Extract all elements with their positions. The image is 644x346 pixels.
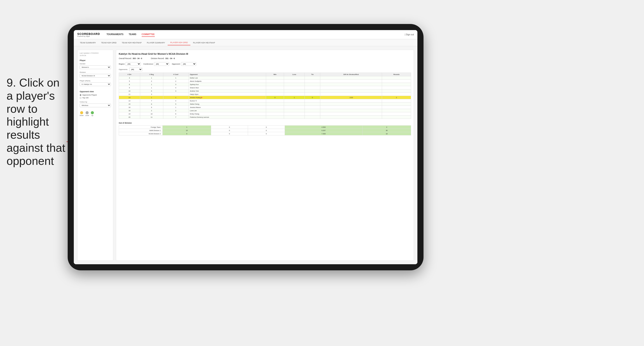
player-section-title: Player xyxy=(80,59,111,61)
subnav-team-h2h-grid[interactable]: TEAM H2H GRID xyxy=(98,40,119,45)
logo-main: SCOREBOARD xyxy=(77,32,100,35)
table-header-row: # Div # Reg # Conf Opponent Win Loss Tie… xyxy=(119,73,411,76)
legend-label-level: Level xyxy=(85,115,89,116)
table-row[interactable]: 20117Federica Domecq Lacroze xyxy=(119,116,411,119)
overall-record-value: 353 - 34 - 6 xyxy=(133,57,142,59)
annotation-text: 9. Click on a player's row to highlight … xyxy=(6,76,66,168)
region-filter-label: Region xyxy=(119,63,125,65)
out-of-division-label: Out of division xyxy=(119,122,411,124)
table-row[interactable]: 1063Andrea York xyxy=(119,89,411,93)
col-header-conf: # Conf xyxy=(163,73,188,76)
nav-bar: SCOREBOARD Powered by clippd TOURNAMENTS… xyxy=(74,30,418,39)
nav-teams[interactable]: TEAMS xyxy=(129,32,136,37)
col-header-div: # Div xyxy=(119,73,140,76)
colour-by-section: Colour by Win/loss Down Level xyxy=(80,101,111,116)
radio-label-top100: Top 100 xyxy=(82,97,88,99)
last-updated-time: 16:55:38 xyxy=(80,54,111,57)
region-filter-select[interactable]: (All) xyxy=(126,62,141,66)
player-rank-label: Player (Rank) xyxy=(80,80,111,82)
logo-sub: Powered by clippd xyxy=(77,35,100,37)
division-record: Division Record: 331 - 34 - 6 xyxy=(151,56,175,60)
table-row[interactable]: 1822Luna Lee xyxy=(119,109,411,112)
table-row[interactable]: 1474Eunice Yi xyxy=(119,99,411,102)
legend-down: Down xyxy=(80,111,84,116)
division-select[interactable]: NCAA Division III xyxy=(80,74,111,78)
col-header-diff: Diff Av Strokes/Rnd xyxy=(320,73,382,76)
sub-nav: TEAM SUMMARY TEAM H2H GRID TEAM H2H HEAT… xyxy=(74,39,418,46)
tablet-screen: SCOREBOARD Powered by clippd TOURNAMENTS… xyxy=(74,30,418,264)
annotation-body: Click on a player's row to highlight res… xyxy=(6,76,65,167)
nav-tournaments[interactable]: TOURNAMENTS xyxy=(106,32,124,37)
nav-committee[interactable]: COMMITTEE xyxy=(142,32,155,37)
col-header-win: Win xyxy=(266,73,284,76)
sign-out-link[interactable]: Sign out xyxy=(406,33,414,36)
opponent-filter-select[interactable]: (All) xyxy=(181,62,196,66)
subnav-team-summary[interactable]: TEAM SUMMARY xyxy=(77,40,98,45)
table-row[interactable]: 914Sharon Mun xyxy=(119,86,411,89)
out-table-body: Foreign Team1004.5002NAIA Division 11500… xyxy=(119,126,411,135)
out-of-division-section: Out of division Foreign Team1004.5002NAI… xyxy=(119,122,411,135)
division-record-value: 331 - 34 - 6 xyxy=(165,57,175,59)
legend-label-down: Down xyxy=(80,115,84,116)
subnav-player-h2h-heatmap[interactable]: PLAYER H2H HEATMAP xyxy=(190,40,218,45)
annotation-step: 9. xyxy=(6,76,16,89)
out-table-row[interactable]: Foreign Team1004.5002 xyxy=(119,126,411,129)
gender-label: Gender xyxy=(80,63,111,65)
last-updated: Last Updated: 27/03/2024 16:55:38 xyxy=(80,52,111,57)
gender-select[interactable]: Women's xyxy=(80,65,111,69)
opponents-filter-select[interactable]: (All) xyxy=(129,68,142,71)
table-row[interactable]: 1311Jessica Huang ▶010-3.002 xyxy=(119,96,411,99)
opponent-view-title: Opponent view xyxy=(80,90,111,93)
division-label: Division xyxy=(80,71,111,73)
opponents-label: Opponents: (All) xyxy=(119,68,411,71)
legend-dot-down xyxy=(80,111,83,114)
table-row[interactable]: 311Esther Lee xyxy=(119,76,411,80)
subnav-player-h2h-grid[interactable]: PLAYER H2H GRID xyxy=(168,40,190,45)
table-row[interactable]: 613Sydney Kuo xyxy=(119,83,411,86)
legend-dot-level xyxy=(86,111,89,114)
filters-row: Region (All) Conference (All) Opponent (… xyxy=(119,62,411,66)
table-row[interactable]: 522Alexis Sudijanto xyxy=(119,80,411,83)
out-of-division-table: Foreign Team1004.5002NAIA Division 11500… xyxy=(119,125,411,135)
colour-by-label: Colour by xyxy=(80,101,111,103)
legend-up: Up xyxy=(91,111,94,116)
table-row[interactable]: 1585Stella Cheng xyxy=(119,102,411,106)
right-panel: Katelyn Vo Head-to-Head Grid for Women's… xyxy=(116,50,414,261)
legend-dot-up xyxy=(91,111,94,114)
out-table-row[interactable]: NCAA Division 25007.40010 xyxy=(119,132,411,135)
out-table-row[interactable]: NAIA Division 115009.26730 xyxy=(119,129,411,132)
subnav-player-summary[interactable]: PLAYER SUMMARY xyxy=(144,40,168,45)
opponent-filter-label: Opponent xyxy=(172,63,180,65)
logo: SCOREBOARD Powered by clippd xyxy=(77,32,100,37)
record-line: Overall Record: 353 - 34 - 6 Division Re… xyxy=(119,56,411,60)
radio-dot-opponents xyxy=(80,94,82,96)
radio-dot-top100 xyxy=(80,97,82,99)
col-header-loss: Loss xyxy=(284,73,304,76)
grid-title: Katelyn Vo Head-to-Head Grid for Women's… xyxy=(119,52,411,55)
table-row[interactable]: 19106Emily Chang xyxy=(119,112,411,116)
col-header-opponent: Opponent xyxy=(188,73,266,76)
division-record-label: Division Record: xyxy=(151,57,164,59)
col-header-reg: # Reg xyxy=(140,73,163,76)
last-updated-label: Last Updated: 27/03/2024 xyxy=(80,52,111,54)
subnav-team-h2h-heatmap[interactable]: TEAM H2H HEATMAP xyxy=(119,40,144,45)
radio-label-opponents: Opponents Played xyxy=(82,94,97,96)
h2h-data-table: # Div # Reg # Conf Opponent Win Loss Tie… xyxy=(119,73,411,119)
col-header-tie: Tie xyxy=(305,73,320,76)
player-rank-select[interactable]: 8. Katelyn Vo xyxy=(80,82,111,86)
table-row[interactable]: 1691Jessica Mason xyxy=(119,106,411,109)
conference-filter-label: Conference xyxy=(144,63,153,65)
overall-record-label: Overall Record: xyxy=(119,57,132,59)
conference-filter-select[interactable]: (All) xyxy=(154,62,169,66)
table-row[interactable]: 113Haejo Hyun xyxy=(119,93,411,96)
legend-label-up: Up xyxy=(91,115,93,116)
table-body: 311Esther Lee522Alexis Sudijanto613Sydne… xyxy=(119,76,411,119)
radio-opponents-played[interactable]: Opponents Played xyxy=(80,94,111,96)
col-header-rounds: Rounds xyxy=(382,73,411,76)
nav-sign-out: | Sign out xyxy=(405,33,414,36)
radio-top100[interactable]: Top 100 xyxy=(80,97,111,99)
colour-by-select[interactable]: Win/loss xyxy=(80,104,111,107)
left-panel: Last Updated: 27/03/2024 16:55:38 Player… xyxy=(77,50,113,261)
nav-items: TOURNAMENTS TEAMS COMMITTEE xyxy=(106,32,405,37)
tablet-device: SCOREBOARD Powered by clippd TOURNAMENTS… xyxy=(68,24,424,270)
